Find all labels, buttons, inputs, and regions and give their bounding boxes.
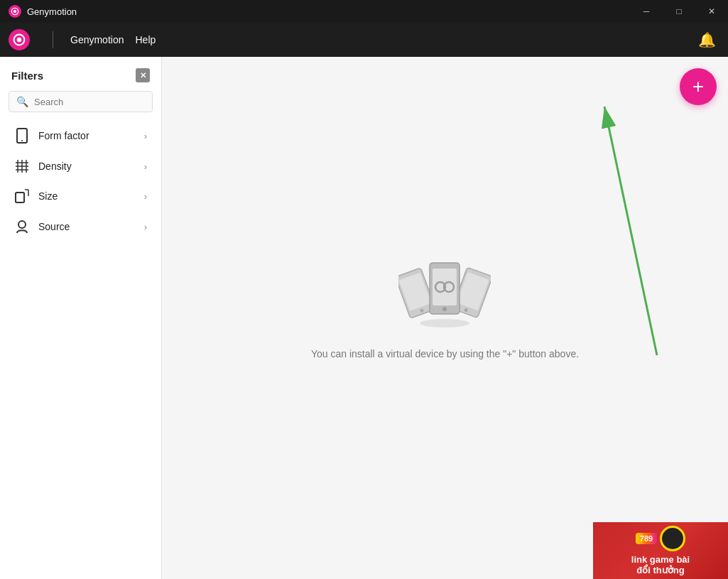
svg-point-15 bbox=[18, 221, 26, 228]
svg-point-3 bbox=[17, 38, 22, 43]
main-layout: Filters ✕ 🔍 Form factor › bbox=[0, 57, 728, 579]
menubar-divider bbox=[53, 31, 53, 48]
sidebar-header: Filters ✕ bbox=[6, 68, 156, 91]
size-icon bbox=[14, 189, 30, 203]
close-button[interactable]: ✕ bbox=[695, 0, 728, 23]
watermark-text1: link game bài bbox=[631, 554, 690, 565]
content-area: + bbox=[162, 57, 728, 579]
titlebar-title: Genymotion bbox=[27, 6, 77, 17]
source-icon bbox=[14, 219, 30, 234]
menubar-help[interactable]: Help bbox=[129, 31, 161, 48]
svg-rect-12 bbox=[16, 193, 24, 202]
form-factor-label: Form factor bbox=[38, 130, 144, 141]
empty-state: You can install a virtual device by usin… bbox=[311, 249, 579, 359]
filter-source[interactable]: Source › bbox=[6, 212, 156, 242]
svg-point-29 bbox=[420, 319, 469, 328]
watermark-badge: 789 bbox=[636, 533, 657, 544]
filters-title: Filters bbox=[11, 70, 43, 82]
sidebar: Filters ✕ 🔍 Form factor › bbox=[0, 57, 162, 579]
arrow-indicator bbox=[586, 99, 692, 362]
device-illustration bbox=[398, 249, 491, 334]
svg-point-28 bbox=[442, 307, 447, 311]
source-label: Source bbox=[38, 221, 144, 232]
add-device-button[interactable]: + bbox=[680, 68, 717, 105]
titlebar-logo bbox=[9, 5, 21, 18]
menubar: Genymotion Help 🔔 bbox=[0, 23, 728, 57]
clear-filters-button[interactable]: ✕ bbox=[136, 68, 150, 82]
watermark-text2: đổi thưởng bbox=[636, 565, 684, 575]
svg-line-17 bbox=[604, 107, 657, 355]
search-box: 🔍 bbox=[9, 91, 153, 112]
form-factor-icon bbox=[14, 128, 30, 144]
filter-density[interactable]: Density › bbox=[6, 152, 156, 180]
menubar-genymotion[interactable]: Genymotion bbox=[65, 31, 129, 48]
density-label: Density bbox=[38, 161, 144, 172]
svg-point-1 bbox=[13, 10, 16, 13]
watermark: 789 link game bài đổi thưởng bbox=[593, 522, 728, 579]
titlebar-controls: ─ □ ✕ bbox=[630, 0, 728, 23]
source-chevron: › bbox=[144, 222, 147, 232]
filter-form-factor[interactable]: Form factor › bbox=[6, 121, 156, 151]
size-label: Size bbox=[38, 190, 144, 202]
notification-button[interactable]: 🔔 bbox=[694, 27, 719, 53]
titlebar: Genymotion ─ □ ✕ bbox=[0, 0, 728, 23]
size-chevron: › bbox=[144, 191, 147, 202]
filter-size[interactable]: Size › bbox=[6, 182, 156, 210]
density-chevron: › bbox=[144, 161, 147, 172]
maximize-button[interactable]: □ bbox=[663, 0, 695, 23]
density-icon bbox=[14, 159, 30, 173]
search-icon: 🔍 bbox=[16, 96, 28, 107]
empty-state-text: You can install a virtual device by usin… bbox=[311, 348, 579, 359]
minimize-button[interactable]: ─ bbox=[630, 0, 663, 23]
watermark-icon bbox=[660, 526, 685, 551]
menubar-logo bbox=[9, 29, 30, 50]
search-input[interactable] bbox=[34, 97, 145, 107]
svg-point-5 bbox=[21, 140, 23, 141]
form-factor-chevron: › bbox=[144, 131, 147, 141]
